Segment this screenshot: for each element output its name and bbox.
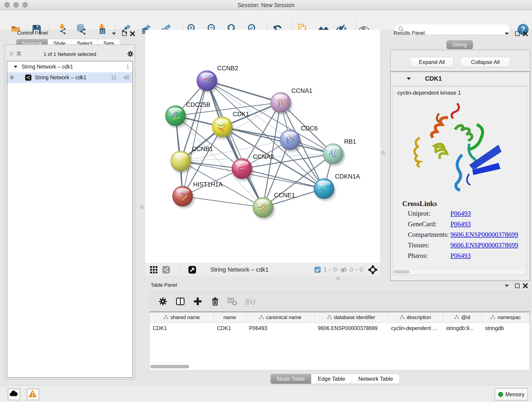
table-row[interactable]: CDK1CDK1P064939606.ENSP00000378699cyclin… <box>150 323 530 333</box>
network-node-CCNA1[interactable]: CCNA1 <box>271 87 312 115</box>
tab-string[interactable]: String <box>447 40 473 49</box>
network-group-row[interactable]: String Network – cdk1 1 <box>7 61 133 72</box>
table-cell[interactable]: CDK1 <box>150 323 214 333</box>
sort-tree-icon <box>399 315 405 320</box>
network-row-selected[interactable]: String Network – cdk1 11 48 <box>7 72 133 83</box>
network-view-toolbar: String Network – cdk1 1 – 0 0 – 0 <box>145 263 380 276</box>
add-column-icon[interactable] <box>193 296 203 306</box>
column-header-namespac[interactable]: namespac <box>482 312 530 323</box>
sort-tree-icon <box>259 315 264 320</box>
network-edge[interactable] <box>183 81 207 196</box>
results-scrollbar-track[interactable] <box>394 270 525 274</box>
table-cell[interactable]: CDK1 <box>214 323 246 333</box>
table-options-gear-icon[interactable] <box>158 296 168 306</box>
group-expand-triangle-icon[interactable] <box>13 64 18 70</box>
import-database-icon[interactable] <box>76 24 87 35</box>
table-horizontal-scrollbar[interactable] <box>150 365 189 368</box>
network-node-CDKN1A[interactable]: CDKN1A <box>314 173 360 201</box>
tab-edge-table[interactable]: Edge Table <box>311 374 352 384</box>
svg-text:f(x): f(x) <box>245 297 255 305</box>
network-node-CCNB1[interactable]: CCNB1 <box>171 146 213 173</box>
table-panel-close-icon[interactable] <box>522 282 529 289</box>
tab-node-table[interactable]: Node Table <box>271 374 311 384</box>
node-label-CDC6: CDC6 <box>301 125 318 132</box>
table-cell[interactable]: stringdb:9... <box>443 323 482 333</box>
network-edge[interactable] <box>207 81 263 207</box>
function-builder-icon-disabled: f(x) <box>243 296 257 306</box>
crosslink-row: Uniprot:P06493 <box>408 210 471 217</box>
control-panel-float-icon[interactable] <box>121 30 128 37</box>
network-node-CCNE1[interactable]: CCNE1 <box>253 192 295 220</box>
show-columns-icon[interactable] <box>175 296 185 306</box>
column-label: shared name <box>171 314 200 320</box>
network-list-options-gear-icon[interactable] <box>127 50 134 58</box>
birdseye-grid-icon[interactable] <box>149 265 158 274</box>
sort-tree-icon <box>490 315 495 320</box>
network-edge[interactable] <box>183 196 263 207</box>
table-header-row: shared namenamecanonical namedatabase id… <box>150 312 530 323</box>
column-header-database-identifier[interactable]: database identifier <box>315 312 388 323</box>
bottom-splitter-handle[interactable] <box>336 277 340 280</box>
column-header-description[interactable]: description <box>388 312 443 323</box>
network-share-icon[interactable] <box>162 265 171 274</box>
table-panel-float-icon[interactable] <box>514 282 521 289</box>
import-table-icon[interactable] <box>96 24 107 35</box>
node-label-CCNE1: CCNE1 <box>274 192 295 199</box>
open-external-icon[interactable] <box>188 265 196 274</box>
collapse-all-button[interactable]: Collapse All <box>461 57 510 67</box>
crosslink-value-link[interactable]: P06493 <box>450 210 471 217</box>
results-panel-close-icon[interactable] <box>522 30 529 37</box>
right-splitter-handle[interactable] <box>381 151 385 155</box>
warning-button[interactable] <box>27 389 39 400</box>
results-panel-menu-icon[interactable] <box>503 30 510 37</box>
control-panel-menu-icon[interactable] <box>110 30 117 37</box>
network-group-label: String Network – cdk1 <box>22 64 73 70</box>
column-header-canonical-name[interactable]: canonical name <box>246 312 315 323</box>
expand-all-button[interactable]: Expand All <box>410 57 454 67</box>
gene-symbol: CDK1 <box>425 75 442 82</box>
selected-nodes-checkbox-icon[interactable] <box>314 266 321 274</box>
fit-selected-crosshair-icon[interactable] <box>368 265 378 274</box>
tab-network-table[interactable]: Network Table <box>352 374 399 384</box>
network-node-CDC6[interactable]: CDC6 <box>280 125 318 152</box>
table-cell[interactable]: P06493 <box>246 323 315 333</box>
delete-column-icon[interactable] <box>210 296 220 306</box>
crosslink-value-link[interactable]: 9606.ENSP00000378699 <box>450 241 518 249</box>
crosslink-value-link[interactable]: P06493 <box>450 220 471 228</box>
node-label-CDKN1A: CDKN1A <box>335 173 360 180</box>
network-canvas[interactable]: CCNB2CCNA1CDC25BCDK1CDC6RB1CCNB1CCNA2CDK… <box>145 30 380 263</box>
table-cell[interactable]: 9606.ENSP00000378699 <box>315 323 388 333</box>
table-cell[interactable]: cyclin-dependent ... <box>388 323 443 333</box>
gene-collapse-triangle-icon[interactable] <box>406 76 412 82</box>
table-panel-tabs: Node TableEdge TableNetwork Table <box>270 374 399 384</box>
toolbar-separator <box>49 22 50 37</box>
network-edge[interactable] <box>207 81 333 154</box>
crosslink-value-link[interactable]: P06493 <box>450 252 471 259</box>
network-node-RB1[interactable]: RB1 <box>323 138 356 166</box>
network-node-CDC25B[interactable]: CDC25B <box>165 101 210 128</box>
crosslink-label: Tissues: <box>408 241 450 249</box>
table-cell[interactable]: stringdb <box>482 323 530 333</box>
results-panel-float-icon[interactable] <box>514 30 521 37</box>
memory-button[interactable]: Memory <box>495 388 528 401</box>
column-header-@id[interactable]: @id <box>443 312 482 323</box>
left-splitter-handle[interactable] <box>140 205 144 209</box>
cloud-button[interactable] <box>8 389 20 400</box>
hidden-eye-icon[interactable] <box>340 266 348 274</box>
table-toolbar: f(x) <box>149 292 530 312</box>
node-table[interactable]: shared namenamecanonical namedatabase id… <box>149 312 530 370</box>
network-list-panel: 1 of 1 Network selected String Network –… <box>5 45 135 380</box>
column-label: canonical name <box>266 314 301 320</box>
main-toolbar: ? <box>0 10 532 30</box>
network-row-label: String Network – cdk1 <box>35 75 86 81</box>
column-header-shared-name[interactable]: shared name <box>150 312 214 323</box>
control-panel-close-icon[interactable] <box>129 30 136 37</box>
import-network-icon[interactable] <box>57 24 68 35</box>
warning-icon <box>27 396 38 400</box>
table-panel-menu-icon[interactable] <box>503 282 510 289</box>
crosslink-label: GeneCard: <box>408 220 450 228</box>
column-header-name[interactable]: name <box>214 312 246 323</box>
network-node-HIST1H1A[interactable]: HIST1H1A <box>172 181 223 208</box>
crosslink-value-link[interactable]: 9606.ENSP00000378699 <box>450 231 518 238</box>
node-label-CCNA1: CCNA1 <box>291 87 312 94</box>
